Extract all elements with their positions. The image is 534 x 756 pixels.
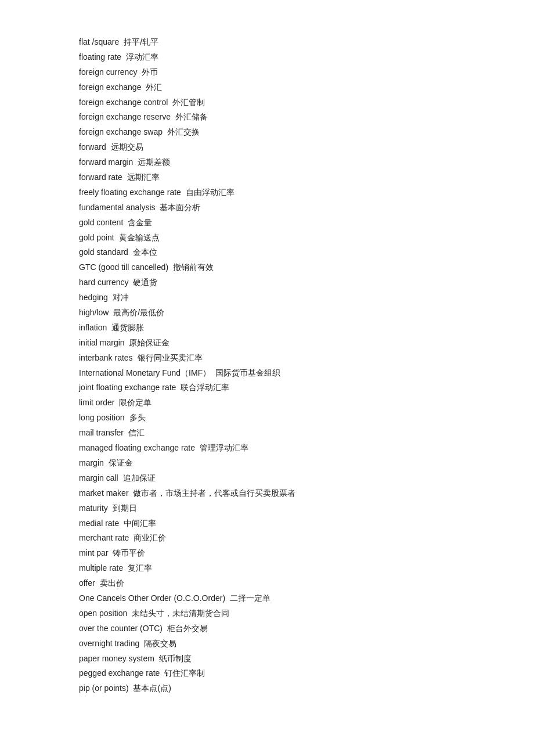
term-chinese: 联合浮动汇率 <box>181 383 229 392</box>
term-chinese: 外汇交换 <box>167 127 200 136</box>
term-english: floating rate <box>79 52 124 62</box>
list-item: mint par 铸币平价 <box>79 546 455 561</box>
term-list: flat /square 持平/轧平floating rate 浮动汇率fore… <box>79 35 455 696</box>
list-item: hedging 对冲 <box>79 290 455 305</box>
term-chinese: 远期交易 <box>111 142 143 152</box>
term-chinese: 限价定单 <box>119 398 151 407</box>
term-english: multiple rate <box>79 563 125 573</box>
term-english: mail transfer <box>79 428 126 437</box>
list-item: joint floating exchange rate 联合浮动汇率 <box>79 380 455 395</box>
term-english: hard currency <box>79 278 131 287</box>
term-english: One Cancels Other Order (O.C.O.Order) <box>79 593 228 603</box>
term-chinese: 国际货币基金组织 <box>215 368 280 377</box>
list-item: foreign exchange 外汇 <box>79 80 455 95</box>
term-english: merchant rate <box>79 533 131 542</box>
term-english: forward rate <box>79 172 125 182</box>
term-chinese: 复汇率 <box>128 563 152 573</box>
list-item: foreign exchange reserve 外汇储备 <box>79 110 455 125</box>
list-item: foreign exchange control 外汇管制 <box>79 95 455 110</box>
list-item: long position 多头 <box>79 411 455 426</box>
term-english: joint floating exchange rate <box>79 383 178 392</box>
list-item: maturity 到期日 <box>79 501 455 516</box>
list-item: limit order 限价定单 <box>79 395 455 411</box>
term-english: medial rate <box>79 519 121 528</box>
term-chinese: 外汇储备 <box>175 112 208 121</box>
term-chinese: 外汇 <box>146 82 162 92</box>
term-chinese: 纸币制度 <box>159 654 192 663</box>
term-chinese: 隔夜交易 <box>144 639 176 648</box>
term-chinese: 管理浮动汇率 <box>200 443 248 452</box>
term-chinese: 商业汇价 <box>134 533 166 542</box>
list-item: inflation 通货膨胀 <box>79 321 455 336</box>
list-item: foreign exchange swap 外汇交换 <box>79 125 455 140</box>
term-chinese: 浮动汇率 <box>126 52 158 62</box>
term-english: forward <box>79 142 109 152</box>
term-english: overnight trading <box>79 639 142 648</box>
term-chinese: 远期汇率 <box>127 172 160 182</box>
term-english: margin <box>79 458 106 467</box>
term-english: long position <box>79 413 127 422</box>
term-english: margin call <box>79 473 121 483</box>
term-chinese: 基本点(点) <box>133 683 171 693</box>
term-english: foreign exchange <box>79 82 143 92</box>
term-english: fundamental analysis <box>79 203 157 212</box>
list-item: interbank rates 银行同业买卖汇率 <box>79 351 455 366</box>
term-english: inflation <box>79 323 109 332</box>
term-chinese: 自由浮动汇率 <box>186 188 234 197</box>
list-item: gold content 含金量 <box>79 215 455 231</box>
term-chinese: 撤销前有效 <box>173 262 214 272</box>
term-english: open position <box>79 609 129 618</box>
list-item: fundamental analysis 基本面分析 <box>79 200 455 215</box>
list-item: pegged exchange rate 钉住汇率制 <box>79 666 455 681</box>
term-chinese: 最高价/最低价 <box>113 308 164 317</box>
list-item: high/low 最高价/最低价 <box>79 305 455 321</box>
term-chinese: 外汇管制 <box>172 98 205 107</box>
list-item: market maker 做市者，市场主持者，代客或自行买卖股票者 <box>79 486 455 501</box>
term-english: pip (or points) <box>79 683 131 693</box>
list-item: forward margin 远期差额 <box>79 155 455 170</box>
list-item: over the counter (OTC) 柜台外交易 <box>79 621 455 636</box>
term-english: gold point <box>79 233 117 242</box>
list-item: forward 远期交易 <box>79 140 455 155</box>
list-item: pip (or points) 基本点(点) <box>79 681 455 696</box>
list-item: multiple rate 复汇率 <box>79 561 455 576</box>
term-english: mint par <box>79 548 110 557</box>
list-item: International Monetary Fund（IMF） 国际货币基金组… <box>79 366 455 381</box>
term-english: forward margin <box>79 157 135 167</box>
term-english: limit order <box>79 398 117 407</box>
term-chinese: 含金量 <box>128 218 152 227</box>
term-chinese: 追加保证 <box>123 473 156 483</box>
list-item: flat /square 持平/轧平 <box>79 35 455 50</box>
term-english: foreign currency <box>79 67 139 77</box>
list-item: merchant rate 商业汇价 <box>79 531 455 546</box>
term-english: pegged exchange rate <box>79 668 162 678</box>
list-item: margin call 追加保证 <box>79 471 455 486</box>
term-chinese: 外币 <box>142 67 158 77</box>
term-english: maturity <box>79 503 110 513</box>
term-chinese: 柜台外交易 <box>167 624 208 633</box>
term-english: GTC (good till cancelled) <box>79 262 171 272</box>
list-item: gold standard 金本位 <box>79 245 455 260</box>
list-item: GTC (good till cancelled) 撤销前有效 <box>79 260 455 275</box>
term-english: foreign exchange reserve <box>79 112 173 121</box>
term-english: managed floating exchange rate <box>79 443 197 452</box>
term-english: high/low <box>79 308 111 317</box>
term-chinese: 卖出价 <box>100 578 124 588</box>
term-chinese: 二择一定单 <box>230 593 270 603</box>
term-chinese: 铸币平价 <box>113 548 145 557</box>
term-chinese: 金本位 <box>133 247 157 257</box>
term-english: foreign exchange control <box>79 98 170 107</box>
term-chinese: 硬通货 <box>133 278 157 287</box>
term-chinese: 对冲 <box>113 293 129 302</box>
term-chinese: 远期差额 <box>138 157 170 167</box>
list-item: initial margin 原始保证金 <box>79 336 455 351</box>
list-item: open position 未结头寸，未结清期货合同 <box>79 606 455 621</box>
list-item: forward rate 远期汇率 <box>79 170 455 185</box>
term-chinese: 原始保证金 <box>129 338 169 347</box>
list-item: margin 保证金 <box>79 456 455 471</box>
term-chinese: 多头 <box>129 413 146 422</box>
list-item: paper money system 纸币制度 <box>79 651 455 667</box>
list-item: foreign currency 外币 <box>79 65 455 80</box>
list-item: mail transfer 信汇 <box>79 426 455 441</box>
list-item: One Cancels Other Order (O.C.O.Order) 二择… <box>79 591 455 606</box>
